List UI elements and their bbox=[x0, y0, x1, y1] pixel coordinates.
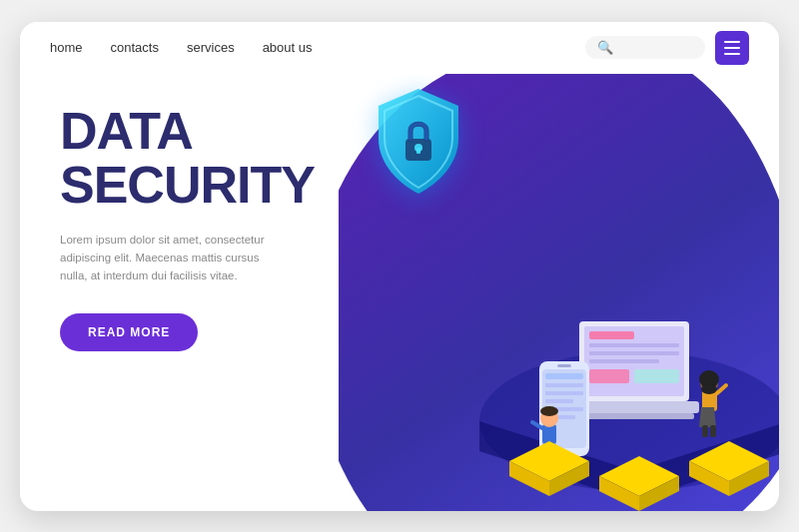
scene-illustration bbox=[419, 212, 779, 511]
svg-rect-10 bbox=[589, 369, 629, 383]
svg-rect-7 bbox=[589, 343, 679, 347]
svg-rect-18 bbox=[545, 391, 583, 395]
left-panel: DATA SECURITY Lorem ipsum dolor sit amet… bbox=[20, 74, 339, 511]
nav-links: home contacts services about us bbox=[50, 40, 585, 55]
menu-button[interactable] bbox=[715, 31, 749, 65]
svg-rect-2 bbox=[416, 148, 420, 154]
svg-point-25 bbox=[540, 406, 558, 416]
hero-title: DATA SECURITY bbox=[60, 104, 309, 213]
svg-rect-8 bbox=[589, 351, 679, 355]
search-icon: 🔍 bbox=[597, 40, 613, 55]
svg-rect-9 bbox=[589, 359, 659, 363]
svg-rect-34 bbox=[702, 425, 708, 437]
nav-home[interactable]: home bbox=[50, 40, 83, 55]
right-panel bbox=[339, 74, 779, 511]
svg-rect-35 bbox=[710, 425, 716, 437]
read-more-button[interactable]: READ MORE bbox=[60, 313, 198, 351]
svg-point-32 bbox=[701, 384, 717, 394]
main-card: home contacts services about us 🔍 DATA S… bbox=[20, 22, 779, 511]
shield-icon bbox=[369, 84, 468, 199]
nav-about[interactable]: about us bbox=[263, 40, 313, 55]
nav-contacts[interactable]: contacts bbox=[111, 40, 159, 55]
svg-rect-16 bbox=[545, 373, 583, 379]
shield-icon-container bbox=[369, 84, 468, 199]
nav-right: 🔍 bbox=[585, 31, 749, 65]
svg-rect-22 bbox=[557, 364, 571, 367]
hero-description: Lorem ipsum dolor sit amet, consectetur … bbox=[60, 231, 280, 285]
search-input[interactable] bbox=[619, 41, 699, 55]
main-content: DATA SECURITY Lorem ipsum dolor sit amet… bbox=[20, 74, 779, 511]
menu-line-2 bbox=[724, 47, 740, 49]
nav-services[interactable]: services bbox=[187, 40, 235, 55]
svg-rect-17 bbox=[545, 383, 583, 387]
svg-rect-11 bbox=[634, 369, 679, 383]
search-bar[interactable]: 🔍 bbox=[585, 36, 705, 59]
menu-line-1 bbox=[724, 41, 740, 43]
svg-rect-19 bbox=[545, 399, 573, 403]
svg-rect-13 bbox=[574, 413, 694, 419]
menu-line-3 bbox=[724, 53, 740, 55]
navbar: home contacts services about us 🔍 bbox=[20, 22, 779, 74]
svg-rect-6 bbox=[589, 331, 634, 339]
